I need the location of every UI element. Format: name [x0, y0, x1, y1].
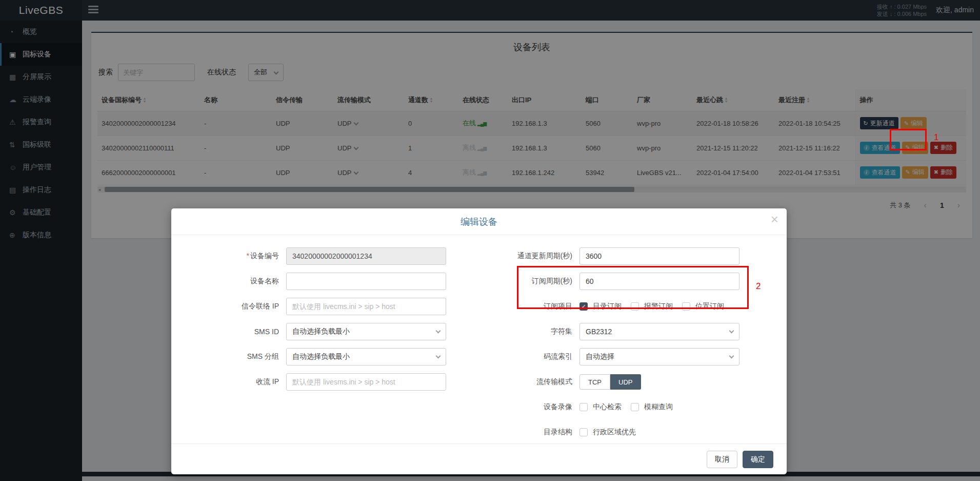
charset-label: 字符集 [489, 327, 579, 336]
checkbox-icon[interactable] [631, 403, 639, 411]
checkbox-icon[interactable] [579, 428, 588, 436]
channel-refresh-field[interactable] [579, 247, 739, 265]
annotation-number-1: 1 [934, 132, 938, 143]
checkbox-icon[interactable] [631, 302, 639, 311]
form-column-right: 通道更新周期(秒) 订阅周期(秒) 订阅项目 ✓目录订阅报警订阅位置订阅 字符集… [489, 247, 785, 449]
modal-title: 编辑设备 [171, 208, 787, 235]
checkbox-icon[interactable] [579, 403, 588, 411]
sms-group-label: SMS 分组 [194, 352, 286, 361]
stream-mode-option-tcp[interactable]: TCP [579, 374, 610, 390]
form-column-left: *设备编号 设备名称 信令联络 IP SMS ID 自动选择负载最小 SMS 分… [194, 247, 489, 449]
recv-ip-field[interactable] [286, 373, 446, 391]
sip-ip-label: 信令联络 IP [194, 302, 286, 311]
dir-structure-label: 目录结构 [489, 428, 579, 437]
stream-mode-segmented: TCPUDP [579, 374, 739, 390]
device-id-label: *设备编号 [194, 252, 286, 261]
sms-id-label: SMS ID [194, 328, 286, 336]
device-record-group: 中心检索模糊查询 [579, 402, 739, 412]
checkbox-checked-icon[interactable]: ✓ [579, 302, 588, 311]
checkbox-label[interactable]: 报警订阅 [644, 302, 673, 311]
stream-mode-label: 流传输模式 [489, 377, 579, 387]
checkbox-label[interactable]: 位置订阅 [695, 302, 724, 311]
device-name-label: 设备名称 [194, 277, 286, 286]
subscribe-period-label: 订阅周期(秒) [489, 277, 579, 286]
checkbox-label[interactable]: 行政区域优先 [593, 428, 636, 437]
sip-ip-field[interactable] [286, 298, 446, 315]
stream-index-select[interactable]: 自动选择 [579, 348, 739, 365]
checkbox-label[interactable]: 中心检索 [593, 402, 622, 412]
device-id-field [286, 247, 446, 265]
device-record-label: 设备录像 [489, 402, 579, 412]
channel-refresh-label: 通道更新周期(秒) [489, 252, 579, 261]
sms-id-select[interactable]: 自动选择负载最小 [286, 323, 446, 340]
modal-header: 编辑设备 × [171, 208, 787, 235]
modal-footer: 取消 确定 [171, 444, 787, 474]
chevron-down-icon [729, 354, 734, 359]
stream-mode-option-udp[interactable]: UDP [610, 374, 641, 390]
stream-index-label: 码流索引 [489, 352, 579, 361]
cancel-button[interactable]: 取消 [707, 451, 737, 468]
charset-select[interactable]: GB2312 [579, 323, 739, 340]
subscribe-period-field[interactable] [579, 273, 739, 290]
sms-group-select[interactable]: 自动选择负载最小 [286, 348, 446, 365]
confirm-button[interactable]: 确定 [743, 451, 773, 468]
chevron-down-icon [729, 329, 734, 334]
annotation-number-2: 2 [756, 281, 761, 292]
chevron-down-icon [436, 354, 441, 359]
close-icon[interactable]: × [771, 213, 778, 226]
chevron-down-icon [436, 329, 441, 334]
checkbox-icon[interactable] [682, 302, 690, 311]
checkbox-label[interactable]: 目录订阅 [593, 302, 622, 311]
recv-ip-label: 收流 IP [194, 377, 286, 387]
edit-device-modal: 编辑设备 × *设备编号 设备名称 信令联络 IP SMS ID 自动选择负载最… [171, 208, 787, 474]
subscribe-items-label: 订阅项目 [489, 302, 579, 311]
dir-structure-group: 行政区域优先 [579, 428, 739, 437]
checkbox-label[interactable]: 模糊查询 [644, 402, 673, 412]
device-name-field[interactable] [286, 273, 446, 290]
subscribe-items-group: ✓目录订阅报警订阅位置订阅 [579, 302, 739, 311]
modal-body: *设备编号 设备名称 信令联络 IP SMS ID 自动选择负载最小 SMS 分… [171, 235, 787, 449]
